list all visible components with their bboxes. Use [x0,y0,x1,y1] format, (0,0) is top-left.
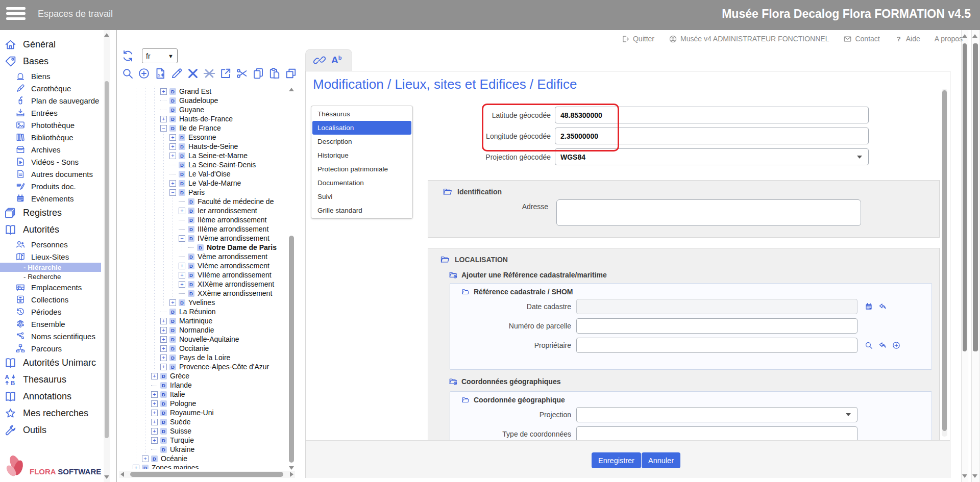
header-link-aide[interactable]: ?Aide [894,35,920,43]
collapse-icon[interactable]: − [160,125,167,132]
tree-item[interactable]: +DLe Val-de-Marne [117,179,288,188]
tree-hscroll-thumb[interactable] [130,472,283,477]
expand-icon[interactable]: + [151,400,158,407]
tab-grille-standard[interactable]: Grille standard [312,204,411,217]
tree-item[interactable]: DXXème arrondissement [117,289,288,298]
sidebar-item-periodes[interactable]: Périodes [0,306,104,318]
scroll-left-icon[interactable] [120,472,124,477]
tab-localisation[interactable]: Localisation [312,121,411,135]
tab-th-saurus[interactable]: Thésaurus [312,107,411,121]
longitude-input[interactable] [555,128,869,144]
scroll-up-icon[interactable] [289,88,294,91]
language-select[interactable]: fr ▼ [142,48,178,63]
tree-item[interactable]: +DOccitanie [117,344,288,353]
tab-historique[interactable]: Historique [312,148,411,162]
sidebar-item-general[interactable]: Général [0,36,104,53]
unlink-icon[interactable] [203,67,216,80]
sidebar-scrollbar[interactable] [104,30,110,482]
tree-item[interactable]: DUkraine [117,445,288,454]
header-link-contact[interactable]: Contact [843,35,879,43]
sidebar-item-registres[interactable]: Registres [0,205,104,221]
tree-item[interactable]: +DGrand Est [117,87,288,96]
add-folder-icon[interactable] [449,377,457,386]
sidebar-item-evenements[interactable]: Evènements [0,192,104,205]
expand-icon[interactable]: + [179,272,185,278]
tree-item[interactable]: +DSuède [117,417,288,426]
tree-item[interactable]: +DHauts-de-France [117,114,288,123]
tree-item[interactable]: +DMartinique [117,316,288,325]
expand-icon[interactable]: + [169,143,176,150]
expand-icon[interactable]: + [151,391,158,398]
type-coordonnees-input[interactable] [576,426,857,440]
collapse-icon[interactable]: − [179,235,185,242]
expand-icon[interactable]: + [169,134,176,141]
expand-icon[interactable]: + [160,336,167,343]
sidebar-item-collections[interactable]: Collections [0,293,104,306]
expand-icon[interactable]: + [160,364,167,370]
add-icon[interactable] [137,67,151,80]
delete-icon[interactable] [186,67,200,80]
sidebar-item-recherche[interactable]: - Recherche [0,272,104,281]
scroll-down-icon[interactable] [972,474,977,478]
scroll-up-icon[interactable] [962,34,967,38]
tree-item[interactable]: DGuadeloupe [117,96,288,105]
tab-protection-patrimoniale[interactable]: Protection patrimoniale [312,162,411,176]
expand-icon[interactable]: + [169,180,176,187]
projection-geocodee-select[interactable]: WGS84 [555,148,869,165]
tree-horizontal-scrollbar[interactable] [119,471,295,478]
proprietaire-input[interactable] [576,338,857,353]
scroll-right-icon[interactable] [290,472,293,477]
search-icon[interactable] [121,67,134,80]
expand-icon[interactable]: + [169,299,176,306]
sidebar-item-bibliotheque[interactable]: Bibliothèque [0,131,104,143]
header-link-user[interactable]: Musée v4 ADMINISTRATEUR FONCTIONNEL [669,35,829,43]
expand-icon[interactable]: + [151,419,158,425]
tree-item[interactable]: DLe Val-d'Oise [117,169,288,179]
scroll-down-icon[interactable] [289,466,294,470]
menu-icon[interactable] [6,7,27,22]
tree-item[interactable]: DNotre Dame de Paris [117,243,288,252]
search-icon[interactable] [864,341,873,350]
form-scrollbar[interactable] [942,89,947,437]
sidebar-item-bases[interactable]: Bases [0,53,104,70]
tree-item[interactable]: DIrlande [117,380,288,390]
workspace-title[interactable]: Espaces de travail [38,9,113,19]
scroll-down-icon[interactable] [962,474,967,478]
latitude-input[interactable] [555,107,869,123]
tree-item[interactable]: +DZones marines [117,463,288,469]
scroll-down-icon[interactable] [104,475,109,479]
scroll-up-icon[interactable] [104,33,109,37]
expand-icon[interactable]: + [160,354,167,361]
text-format-icon[interactable]: Ab [331,55,341,65]
page-scroll-thumb[interactable] [963,43,967,351]
add-folder-icon[interactable] [449,270,457,279]
sidebar-item-noms-scientifiques[interactable]: Noms scientifiques [0,330,104,342]
expand-icon[interactable]: + [160,345,167,352]
form-scroll-thumb[interactable] [942,90,947,431]
tree-item[interactable]: +DItalie [117,390,288,399]
adresse-textarea[interactable] [556,199,861,226]
sidebar-item-annotations[interactable]: Annotations [0,388,104,405]
window-scrollbar[interactable] [971,30,979,482]
link-icon[interactable] [313,54,326,67]
tab-description[interactable]: Description [312,135,411,148]
tree-item[interactable]: +DVIème arrondissement [117,261,288,270]
expand-icon[interactable]: + [142,455,149,462]
tree-item[interactable]: +DIer arrondissement [117,206,288,215]
tree-item[interactable]: DLa Seine-Saint-Denis [117,160,288,169]
expand-icon[interactable]: + [160,318,167,324]
tab-suivi[interactable]: Suivi [312,190,411,204]
calendar-icon[interactable] [864,302,873,311]
tree-item[interactable]: DLa Réunion [117,307,288,316]
sidebar-item-biens[interactable]: Biens [0,70,104,82]
sidebar-item-phototheque[interactable]: Photothèque [0,119,104,131]
save-button[interactable]: Enregistrer [592,452,641,468]
tree-item[interactable]: +DNormandie [117,325,288,335]
tree-item[interactable]: +DYvelines [117,298,288,307]
sidebar-item-personnes[interactable]: Personnes [0,238,104,250]
tree-item[interactable]: +DPologne [117,399,288,408]
sidebar-item-produits-doc[interactable]: Produits doc. [0,180,104,192]
export-icon[interactable] [219,67,232,80]
expand-icon[interactable]: + [179,263,185,269]
sidebar-item-autorites[interactable]: Autorités [0,221,104,238]
